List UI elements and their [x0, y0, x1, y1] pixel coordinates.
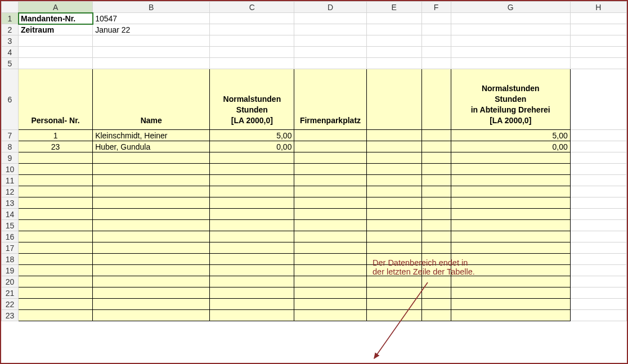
row-head-6[interactable]: 6	[2, 69, 19, 130]
table-row[interactable]: 13	[2, 197, 627, 209]
row-head-7[interactable]: 7	[2, 130, 19, 141]
table-row[interactable]: 19	[2, 265, 627, 276]
cell-e[interactable]	[366, 141, 421, 152]
cell-H11[interactable]	[570, 175, 626, 186]
cell-H7[interactable]	[570, 130, 626, 141]
col-head-B[interactable]: B	[93, 2, 210, 13]
cell-name[interactable]: Kleinschmidt, Heiner	[93, 130, 210, 141]
col-head-G[interactable]: G	[451, 2, 570, 13]
cell-H23[interactable]	[570, 310, 626, 321]
cell-E1[interactable]	[366, 13, 421, 24]
cell-d[interactable]	[294, 141, 366, 152]
cell-f[interactable]	[421, 141, 451, 152]
table-row[interactable]: 11	[2, 175, 627, 186]
cell-C1[interactable]	[210, 13, 294, 24]
row-head-8[interactable]: 8	[2, 141, 19, 152]
row-5[interactable]: 5	[2, 58, 627, 69]
row-head-21[interactable]: 21	[2, 287, 19, 299]
row-head-14[interactable]: 14	[2, 209, 19, 220]
row-1[interactable]: 1 Mandanten-Nr. 10547	[2, 13, 627, 24]
select-all-corner[interactable]	[2, 2, 19, 13]
row-head-23[interactable]: 23	[2, 310, 19, 321]
cell-B2[interactable]: Januar 22	[93, 24, 210, 35]
row-4[interactable]: 4	[2, 47, 627, 58]
cell-A2[interactable]: Zeitraum	[19, 24, 93, 35]
cell-H22[interactable]	[570, 299, 626, 310]
row-head-18[interactable]: 18	[2, 254, 19, 265]
col-head-F[interactable]: F	[421, 2, 451, 13]
table-row[interactable]: 17	[2, 242, 627, 254]
table-row[interactable]: 10	[2, 164, 627, 175]
table-row[interactable]: 20	[2, 276, 627, 287]
sheet-body[interactable]: 1 Mandanten-Nr. 10547 2 Zeitraum Januar …	[2, 13, 627, 321]
cell-nr[interactable]: 23	[19, 141, 93, 152]
row-head-13[interactable]: 13	[2, 197, 19, 209]
col-head-E[interactable]: E	[366, 2, 421, 13]
cell-D1[interactable]	[294, 13, 366, 24]
cell-D2[interactable]	[294, 24, 366, 35]
cell-g[interactable]: 0,00	[451, 141, 570, 152]
cell-H6[interactable]	[570, 69, 626, 130]
row-head-4[interactable]: 4	[2, 47, 19, 58]
cell-H2[interactable]	[570, 24, 626, 35]
row-head-10[interactable]: 10	[2, 164, 19, 175]
cell-H10[interactable]	[570, 164, 626, 175]
row-head-11[interactable]: 11	[2, 175, 19, 186]
row-head-19[interactable]: 19	[2, 265, 19, 276]
row-2[interactable]: 2 Zeitraum Januar 22	[2, 24, 627, 35]
cell-F2[interactable]	[421, 24, 451, 35]
col-head-D[interactable]: D	[294, 2, 366, 13]
row-head-3[interactable]: 3	[2, 35, 19, 47]
row-6[interactable]: 6 Personal- Nr. Name NormalstundenStunde…	[2, 69, 627, 130]
cell-H13[interactable]	[570, 197, 626, 209]
cell-d[interactable]	[294, 130, 366, 141]
cell-G1[interactable]	[451, 13, 570, 24]
table-row[interactable]: 22	[2, 299, 627, 310]
table-row[interactable]: 14	[2, 209, 627, 220]
cell-c[interactable]: 0,00	[210, 141, 294, 152]
row-head-22[interactable]: 22	[2, 299, 19, 310]
row-head-9[interactable]: 9	[2, 152, 19, 164]
cell-H14[interactable]	[570, 209, 626, 220]
table-row[interactable]: 12	[2, 186, 627, 197]
col-head-A[interactable]: A	[19, 2, 93, 13]
cell-g[interactable]: 5,00	[451, 130, 570, 141]
cell-e[interactable]	[366, 130, 421, 141]
table-row[interactable]: 823Huber, Gundula0,000,00	[2, 141, 627, 152]
table-row[interactable]: 18	[2, 254, 627, 265]
spreadsheet[interactable]: A B C D E F G H 1 Mandanten-Nr. 10547	[1, 1, 627, 321]
row-head-12[interactable]: 12	[2, 186, 19, 197]
cell-H16[interactable]	[570, 231, 626, 242]
column-header-row[interactable]: A B C D E F G H	[2, 2, 627, 13]
cell-F1[interactable]	[421, 13, 451, 24]
row-head-20[interactable]: 20	[2, 276, 19, 287]
col-head-C[interactable]: C	[210, 2, 294, 13]
cell-H17[interactable]	[570, 242, 626, 254]
row-3[interactable]: 3	[2, 35, 627, 47]
row-head-15[interactable]: 15	[2, 220, 19, 231]
cell-H12[interactable]	[570, 186, 626, 197]
table-row[interactable]: 15	[2, 220, 627, 231]
cell-c[interactable]: 5,00	[210, 130, 294, 141]
cell-B1[interactable]: 10547	[93, 13, 210, 24]
cell-G2[interactable]	[451, 24, 570, 35]
cell-A1[interactable]: Mandanten-Nr.	[19, 13, 93, 24]
table-row[interactable]: 23	[2, 310, 627, 321]
cell-H8[interactable]	[570, 141, 626, 152]
row-head-17[interactable]: 17	[2, 242, 19, 254]
cell-H20[interactable]	[570, 276, 626, 287]
cell-f[interactable]	[421, 130, 451, 141]
row-head-5[interactable]: 5	[2, 58, 19, 69]
table-row[interactable]: 71Kleinschmidt, Heiner5,005,00	[2, 130, 627, 141]
col-head-H[interactable]: H	[570, 2, 626, 13]
cell-E2[interactable]	[366, 24, 421, 35]
cell-C2[interactable]	[210, 24, 294, 35]
cell-H9[interactable]	[570, 152, 626, 164]
table-row[interactable]: 21	[2, 287, 627, 299]
cell-H19[interactable]	[570, 265, 626, 276]
row-head-16[interactable]: 16	[2, 231, 19, 242]
cell-nr[interactable]: 1	[19, 130, 93, 141]
cell-H15[interactable]	[570, 220, 626, 231]
cell-H21[interactable]	[570, 287, 626, 299]
cell-name[interactable]: Huber, Gundula	[93, 141, 210, 152]
